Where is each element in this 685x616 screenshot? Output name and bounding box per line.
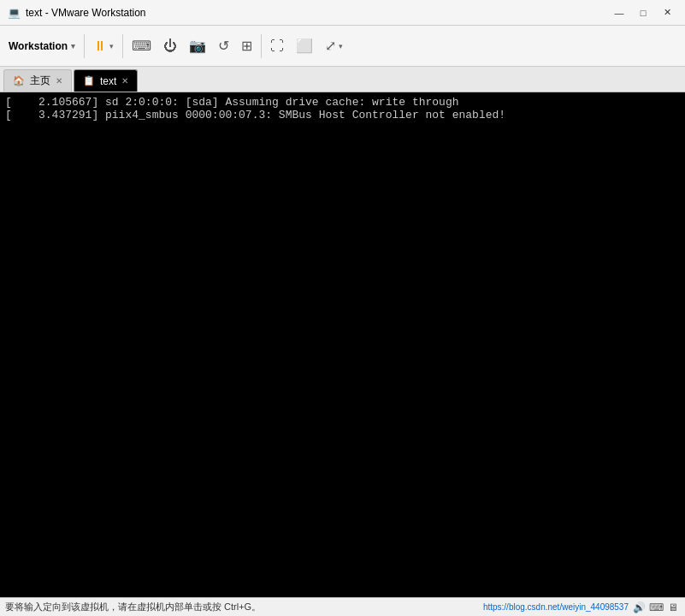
power-on-button[interactable]: ⏻ — [158, 31, 182, 62]
display-icon[interactable]: 🖥 — [666, 601, 680, 614]
snapshot-button[interactable]: 📷 — [184, 31, 211, 62]
home-tab-close[interactable]: ✕ — [56, 77, 62, 86]
toolbar: Workstation ▾ ⏸ ▾ ⌨ ⏻ 📷 ↺ ⊞ ⛶ ⬜ ⤢ ▾ — [0, 26, 685, 67]
restore-snapshot-button[interactable]: ↺ — [213, 31, 234, 62]
workstation-menu-button[interactable]: Workstation ▾ — [3, 38, 80, 54]
tab-home[interactable]: 🏠 主页 ✕ — [3, 69, 72, 92]
manage-snapshots-button[interactable]: ⊞ — [236, 31, 257, 62]
tab-text[interactable]: 📋 text ✕ — [74, 69, 138, 92]
pause-icon: ⏸ — [93, 38, 107, 54]
terminal-output: [ 2.105667] sd 2:0:0:0: [sda] Assuming d… — [0, 92, 685, 597]
fullscreen-icon: ⛶ — [270, 38, 284, 54]
minimize-button[interactable]: — — [608, 4, 630, 21]
restore-icon: ↺ — [218, 38, 229, 54]
pause-button[interactable]: ⏸ ▾ — [88, 31, 119, 62]
vm-tab-icon: 📋 — [83, 75, 95, 86]
shrink-button[interactable]: ⤢ ▾ — [320, 31, 348, 62]
status-hint-text: 要将输入定向到该虚拟机，请在虚拟机内部单击或按 Ctrl+G。 — [5, 601, 261, 613]
fullscreen-button[interactable]: ⛶ — [265, 31, 289, 62]
volume-icon[interactable]: 🔊 — [632, 601, 646, 614]
window-title: text - VMware Workstation — [26, 7, 145, 19]
home-tab-icon: 🏠 — [13, 75, 25, 86]
unity-button[interactable]: ⬜ — [291, 31, 318, 62]
power-on-icon: ⏻ — [163, 38, 177, 54]
toolbar-divider-2 — [122, 34, 123, 58]
title-bar: 💻 text - VMware Workstation — □ ✕ — [0, 0, 685, 26]
status-bar: 要将输入定向到该虚拟机，请在虚拟机内部单击或按 Ctrl+G。 https://… — [0, 597, 685, 616]
shrink-dropdown-arrow: ▾ — [339, 42, 343, 50]
status-right: https://blog.csdn.net/weiyin_44098537 🔊 … — [483, 601, 680, 614]
keyboard-icon: ⌨ — [132, 38, 151, 54]
text-tab-label: text — [100, 75, 116, 87]
tab-bar: 🏠 主页 ✕ 📋 text ✕ — [0, 67, 685, 92]
status-icons: 🔊 ⌨ 🖥 — [632, 601, 680, 614]
pause-dropdown-arrow: ▾ — [109, 42, 114, 50]
manage-snapshots-icon: ⊞ — [241, 38, 252, 54]
home-tab-label: 主页 — [30, 74, 50, 88]
workstation-dropdown-arrow: ▾ — [71, 42, 75, 50]
maximize-button[interactable]: □ — [632, 4, 654, 21]
status-hint: 要将输入定向到该虚拟机，请在虚拟机内部单击或按 Ctrl+G。 — [5, 601, 261, 613]
workstation-label: Workstation — [9, 40, 68, 52]
toolbar-divider-3 — [261, 34, 262, 58]
send-ctrl-alt-del-button[interactable]: ⌨ — [127, 31, 156, 62]
shrink-icon: ⤢ — [325, 38, 336, 54]
close-button[interactable]: ✕ — [656, 4, 678, 21]
vm-content[interactable]: [ 2.105667] sd 2:0:0:0: [sda] Assuming d… — [0, 92, 685, 597]
keyboard-status-icon[interactable]: ⌨ — [649, 601, 663, 614]
unity-icon: ⬜ — [296, 38, 313, 54]
window-controls: — □ ✕ — [608, 4, 678, 21]
status-link: https://blog.csdn.net/weiyin_44098537 — [483, 602, 629, 612]
snapshot-icon: 📷 — [189, 38, 206, 54]
title-bar-left: 💻 text - VMware Workstation — [7, 6, 145, 20]
app-icon: 💻 — [7, 6, 21, 20]
toolbar-divider-1 — [84, 34, 85, 58]
text-tab-close[interactable]: ✕ — [121, 77, 128, 86]
